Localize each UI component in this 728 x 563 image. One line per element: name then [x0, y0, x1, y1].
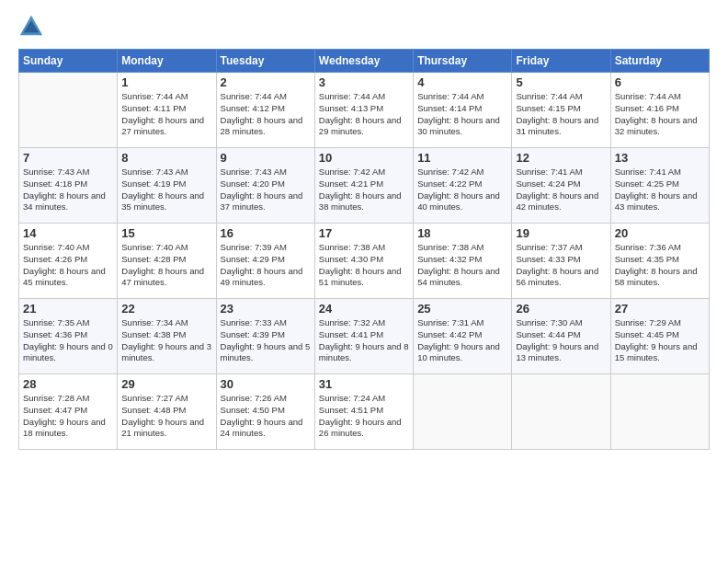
calendar-cell: 6Sunrise: 7:44 AM Sunset: 4:16 PM Daylig… — [610, 73, 709, 148]
day-number: 21 — [23, 302, 113, 316]
calendar-week-row: 14Sunrise: 7:40 AM Sunset: 4:26 PM Dayli… — [19, 224, 710, 299]
day-detail: Sunrise: 7:40 AM Sunset: 4:28 PM Dayligh… — [121, 242, 211, 289]
calendar-cell: 18Sunrise: 7:38 AM Sunset: 4:32 PM Dayli… — [414, 224, 512, 299]
weekday-header-saturday: Saturday — [610, 50, 709, 73]
weekday-header-monday: Monday — [118, 50, 216, 73]
day-detail: Sunrise: 7:42 AM Sunset: 4:21 PM Dayligh… — [319, 167, 409, 213]
day-number: 28 — [23, 377, 113, 391]
day-detail: Sunrise: 7:28 AM Sunset: 4:47 PM Dayligh… — [23, 393, 113, 440]
calendar-cell: 29Sunrise: 7:27 AM Sunset: 4:48 PM Dayli… — [118, 374, 216, 450]
day-number: 7 — [23, 151, 113, 165]
calendar-cell: 19Sunrise: 7:37 AM Sunset: 4:33 PM Dayli… — [512, 224, 610, 299]
day-detail: Sunrise: 7:35 AM Sunset: 4:36 PM Dayligh… — [23, 317, 113, 364]
calendar-cell: 15Sunrise: 7:40 AM Sunset: 4:28 PM Dayli… — [118, 224, 216, 299]
day-number: 10 — [319, 151, 409, 165]
day-detail: Sunrise: 7:40 AM Sunset: 4:26 PM Dayligh… — [23, 242, 113, 289]
calendar-cell: 22Sunrise: 7:34 AM Sunset: 4:38 PM Dayli… — [118, 299, 216, 374]
day-detail: Sunrise: 7:37 AM Sunset: 4:33 PM Dayligh… — [516, 242, 606, 289]
calendar-week-row: 21Sunrise: 7:35 AM Sunset: 4:36 PM Dayli… — [19, 299, 710, 374]
day-detail: Sunrise: 7:36 AM Sunset: 4:35 PM Dayligh… — [615, 242, 705, 289]
calendar-cell: 28Sunrise: 7:28 AM Sunset: 4:47 PM Dayli… — [19, 374, 118, 450]
calendar-cell: 21Sunrise: 7:35 AM Sunset: 4:36 PM Dayli… — [19, 299, 118, 374]
day-number: 20 — [615, 226, 705, 240]
calendar-cell: 7Sunrise: 7:43 AM Sunset: 4:18 PM Daylig… — [19, 148, 118, 224]
calendar-cell — [610, 374, 709, 450]
day-detail: Sunrise: 7:42 AM Sunset: 4:22 PM Dayligh… — [417, 167, 507, 213]
day-number: 24 — [319, 302, 409, 316]
day-number: 16 — [221, 226, 311, 240]
weekday-header-friday: Friday — [512, 50, 610, 73]
logo — [18, 14, 46, 40]
calendar-cell: 8Sunrise: 7:43 AM Sunset: 4:19 PM Daylig… — [118, 148, 216, 224]
day-detail: Sunrise: 7:38 AM Sunset: 4:32 PM Dayligh… — [417, 242, 507, 289]
calendar-table: SundayMondayTuesdayWednesdayThursdayFrid… — [18, 49, 710, 450]
day-number: 17 — [319, 226, 409, 240]
day-detail: Sunrise: 7:33 AM Sunset: 4:39 PM Dayligh… — [221, 317, 311, 364]
calendar-cell — [414, 374, 512, 450]
header — [18, 14, 710, 40]
day-number: 1 — [121, 75, 211, 89]
day-detail: Sunrise: 7:27 AM Sunset: 4:48 PM Dayligh… — [121, 393, 211, 440]
calendar-cell: 17Sunrise: 7:38 AM Sunset: 4:30 PM Dayli… — [314, 224, 413, 299]
day-detail: Sunrise: 7:39 AM Sunset: 4:29 PM Dayligh… — [221, 242, 311, 289]
weekday-header-thursday: Thursday — [414, 50, 512, 73]
day-detail: Sunrise: 7:26 AM Sunset: 4:50 PM Dayligh… — [221, 393, 311, 440]
day-number: 5 — [516, 75, 606, 89]
calendar-cell — [19, 73, 118, 148]
weekday-header-row: SundayMondayTuesdayWednesdayThursdayFrid… — [19, 50, 710, 73]
day-number: 4 — [417, 75, 507, 89]
day-number: 19 — [516, 226, 606, 240]
calendar-cell: 30Sunrise: 7:26 AM Sunset: 4:50 PM Dayli… — [216, 374, 314, 450]
day-number: 23 — [221, 302, 311, 316]
day-number: 15 — [121, 226, 211, 240]
day-number: 3 — [319, 75, 409, 89]
calendar-cell — [512, 374, 610, 450]
calendar-cell: 4Sunrise: 7:44 AM Sunset: 4:14 PM Daylig… — [414, 73, 512, 148]
day-detail: Sunrise: 7:34 AM Sunset: 4:38 PM Dayligh… — [121, 317, 211, 364]
day-number: 12 — [516, 151, 606, 165]
calendar-cell: 24Sunrise: 7:32 AM Sunset: 4:41 PM Dayli… — [314, 299, 413, 374]
day-number: 22 — [121, 302, 211, 316]
calendar-cell: 13Sunrise: 7:41 AM Sunset: 4:25 PM Dayli… — [610, 148, 709, 224]
page-container: SundayMondayTuesdayWednesdayThursdayFrid… — [0, 0, 728, 459]
day-detail: Sunrise: 7:29 AM Sunset: 4:45 PM Dayligh… — [615, 317, 705, 364]
calendar-cell: 1Sunrise: 7:44 AM Sunset: 4:11 PM Daylig… — [118, 73, 216, 148]
calendar-week-row: 28Sunrise: 7:28 AM Sunset: 4:47 PM Dayli… — [19, 374, 710, 450]
weekday-header-tuesday: Tuesday — [216, 50, 314, 73]
day-detail: Sunrise: 7:44 AM Sunset: 4:11 PM Dayligh… — [121, 91, 211, 138]
calendar-cell: 31Sunrise: 7:24 AM Sunset: 4:51 PM Dayli… — [314, 374, 413, 450]
day-detail: Sunrise: 7:44 AM Sunset: 4:15 PM Dayligh… — [516, 91, 606, 138]
day-number: 25 — [417, 302, 507, 316]
day-number: 13 — [615, 151, 705, 165]
calendar-week-row: 1Sunrise: 7:44 AM Sunset: 4:11 PM Daylig… — [19, 73, 710, 148]
calendar-cell: 14Sunrise: 7:40 AM Sunset: 4:26 PM Dayli… — [19, 224, 118, 299]
day-number: 6 — [615, 75, 705, 89]
day-detail: Sunrise: 7:43 AM Sunset: 4:19 PM Dayligh… — [121, 167, 211, 213]
day-number: 14 — [23, 226, 113, 240]
day-detail: Sunrise: 7:44 AM Sunset: 4:13 PM Dayligh… — [319, 91, 409, 138]
calendar-cell: 9Sunrise: 7:43 AM Sunset: 4:20 PM Daylig… — [216, 148, 314, 224]
calendar-cell: 20Sunrise: 7:36 AM Sunset: 4:35 PM Dayli… — [610, 224, 709, 299]
calendar-cell: 26Sunrise: 7:30 AM Sunset: 4:44 PM Dayli… — [512, 299, 610, 374]
calendar-cell: 5Sunrise: 7:44 AM Sunset: 4:15 PM Daylig… — [512, 73, 610, 148]
day-number: 31 — [319, 377, 409, 391]
day-number: 26 — [516, 302, 606, 316]
weekday-header-sunday: Sunday — [19, 50, 118, 73]
day-detail: Sunrise: 7:31 AM Sunset: 4:42 PM Dayligh… — [417, 317, 507, 364]
day-number: 29 — [121, 377, 211, 391]
calendar-cell: 27Sunrise: 7:29 AM Sunset: 4:45 PM Dayli… — [610, 299, 709, 374]
calendar-cell: 12Sunrise: 7:41 AM Sunset: 4:24 PM Dayli… — [512, 148, 610, 224]
day-detail: Sunrise: 7:44 AM Sunset: 4:16 PM Dayligh… — [615, 91, 705, 138]
day-number: 27 — [615, 302, 705, 316]
day-detail: Sunrise: 7:43 AM Sunset: 4:20 PM Dayligh… — [221, 167, 311, 213]
day-number: 9 — [221, 151, 311, 165]
calendar-cell: 23Sunrise: 7:33 AM Sunset: 4:39 PM Dayli… — [216, 299, 314, 374]
day-number: 11 — [417, 151, 507, 165]
calendar-week-row: 7Sunrise: 7:43 AM Sunset: 4:18 PM Daylig… — [19, 148, 710, 224]
day-detail: Sunrise: 7:38 AM Sunset: 4:30 PM Dayligh… — [319, 242, 409, 289]
day-detail: Sunrise: 7:43 AM Sunset: 4:18 PM Dayligh… — [23, 167, 113, 213]
day-detail: Sunrise: 7:44 AM Sunset: 4:14 PM Dayligh… — [417, 91, 507, 138]
day-number: 30 — [221, 377, 311, 391]
day-number: 2 — [221, 75, 311, 89]
day-detail: Sunrise: 7:44 AM Sunset: 4:12 PM Dayligh… — [221, 91, 311, 138]
